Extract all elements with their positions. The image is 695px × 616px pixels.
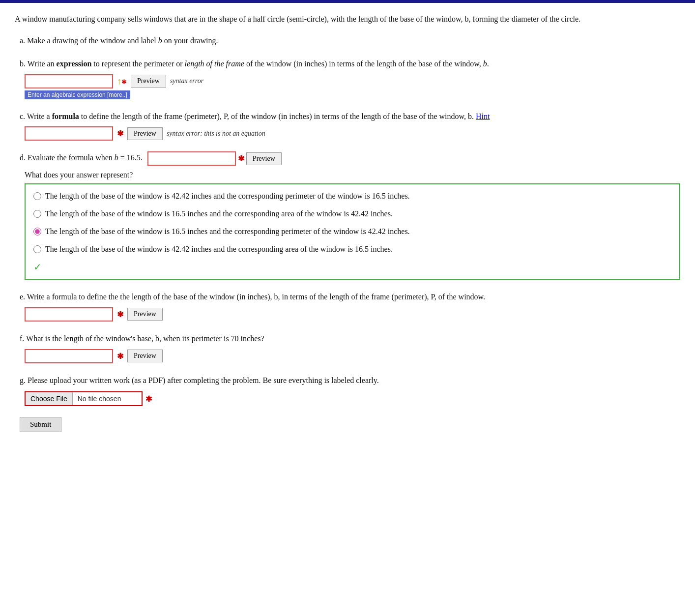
part-f-text1: What is the length of the window's base,… [26,334,264,343]
what-represent-text: What does your answer represent? [25,171,680,179]
submit-area: Submit [20,417,680,432]
part-d-variable: b [115,154,118,162]
section-c: c. Write a formula to define the length … [20,110,680,141]
intro-text: A window manufacturing company sells win… [15,13,680,26]
section-c-label: c. Write a formula to define the length … [20,110,680,123]
submit-button[interactable]: Submit [20,417,61,432]
part-b-variable: b [483,59,487,68]
part-c-preview-button[interactable]: Preview [127,127,163,140]
intro-paragraph: A window manufacturing company sells win… [15,15,580,23]
radio-options-group: The length of the base of the window is … [25,183,680,280]
part-c-text1: Write a [27,112,52,120]
part-d-preview-button[interactable]: Preview [246,152,282,165]
upload-row: Choose File No file chosen ✱ [25,391,680,406]
section-b: b. Write an expression to represent the … [20,58,680,99]
part-b-input-row: ↑✱ Preview syntax error [25,74,203,88]
part-b-preview-button[interactable]: Preview [131,75,166,88]
part-a-variable: b [158,36,162,45]
part-c-bold1: formula [52,112,79,120]
part-b-text4: . [487,59,489,68]
section-a: a. Make a drawing of the window and labe… [20,34,680,47]
part-a-text2: on your drawing. [162,36,218,45]
radio-option-1: The length of the base of the window is … [33,190,671,202]
part-b-text2: to represent the perimeter or [91,59,184,68]
part-a-text: Make a drawing of the window and label [27,36,158,45]
part-f-clear-button[interactable]: ✱ [117,352,123,361]
part-b-bold1: expression [57,59,92,68]
part-c-input-row: ✱ Preview syntax error: this is not an e… [25,126,680,141]
radio-option-3-input[interactable] [33,228,41,235]
part-a-letter: a. [20,36,25,45]
radio-option-3-label: The length of the base of the window is … [45,226,410,237]
hint-link[interactable]: Hint [476,112,490,120]
part-e-clear-button[interactable]: ✱ [117,310,123,319]
part-b-text3: of the window (in inches) in terms of th… [244,59,483,68]
part-d-input[interactable] [147,151,236,166]
part-d-text2: = 16.5. [118,154,143,162]
section-g: g. Please upload your written work (as a… [20,374,680,407]
part-c-text2: to define the length of the frame (perim… [79,112,474,120]
section-b-label: b. Write an expression to represent the … [20,58,680,70]
part-b-letter: b. [20,59,26,68]
section-a-label: a. Make a drawing of the window and labe… [20,34,680,47]
radio-option-1-label: The length of the base of the window is … [45,190,410,202]
part-c-letter: c. [20,112,25,120]
section-e: e. Write a formula to define the the len… [20,291,680,322]
part-c-error: syntax error: this is not an equation [167,130,265,138]
file-clear-button[interactable]: ✱ [145,394,152,404]
radio-option-2-label: The length of the base of the window is … [45,208,393,220]
section-f: f. What is the length of the window's ba… [20,332,680,363]
correct-checkmark: ✓ [33,261,671,273]
section-f-label: f. What is the length of the window's ba… [20,332,680,345]
part-b-tooltip: Enter an algebraic expression [more..] [25,89,130,99]
part-b-input[interactable] [25,74,113,88]
part-d-text1: Evaluate the formula when [28,154,115,162]
part-b-error: syntax error [170,77,203,85]
part-e-letter: e. [20,293,25,301]
radio-option-4: The length of the base of the window is … [33,243,671,255]
part-e-input-row: ✱ Preview [25,307,680,322]
part-g-letter: g. [20,376,26,384]
radio-option-2-input[interactable] [33,210,41,218]
top-bar [0,0,695,3]
section-g-label: g. Please upload your written work (as a… [20,374,680,387]
part-d-clear-button[interactable]: ✱ [238,154,244,163]
part-d-letter: d. [20,154,26,162]
radio-option-3: The length of the base of the window is … [33,226,671,237]
file-input-wrapper: Choose File No file chosen [25,391,143,406]
part-b-input-area: ↑✱ Preview syntax error Enter an algebra… [25,74,680,99]
section-e-label: e. Write a formula to define the the len… [20,291,680,303]
radio-option-4-label: The length of the base of the window is … [45,243,393,255]
radio-option-4-input[interactable] [33,245,41,253]
section-d: d. Evaluate the formula when b = 16.5. ✱… [20,151,680,280]
part-f-preview-button[interactable]: Preview [127,350,163,362]
radio-option-2: The length of the base of the window is … [33,208,671,220]
choose-file-button[interactable]: Choose File [26,392,73,405]
part-b-italic1: length of the frame [185,59,244,68]
part-c-input[interactable] [25,126,113,141]
file-label: No file chosen [73,392,142,405]
part-f-input[interactable] [25,349,113,363]
section-d-label: d. Evaluate the formula when b = 16.5. ✱… [20,151,680,166]
part-f-input-row: ✱ Preview [25,349,680,363]
part-b-text1: Write an [28,59,57,68]
part-b-tooltip-text[interactable]: Enter an algebraic expression [more..] [25,90,130,99]
part-g-text1: Please upload your written work (as a PD… [28,376,379,384]
radio-option-1-input[interactable] [33,192,41,200]
part-e-text1: Write a formula to define the the length… [27,293,485,301]
part-e-input[interactable] [25,307,113,322]
part-e-preview-button[interactable]: Preview [127,308,163,321]
part-c-clear-button[interactable]: ✱ [117,129,123,138]
up-arrow-icon[interactable]: ↑✱ [117,76,127,87]
part-f-letter: f. [20,334,24,343]
